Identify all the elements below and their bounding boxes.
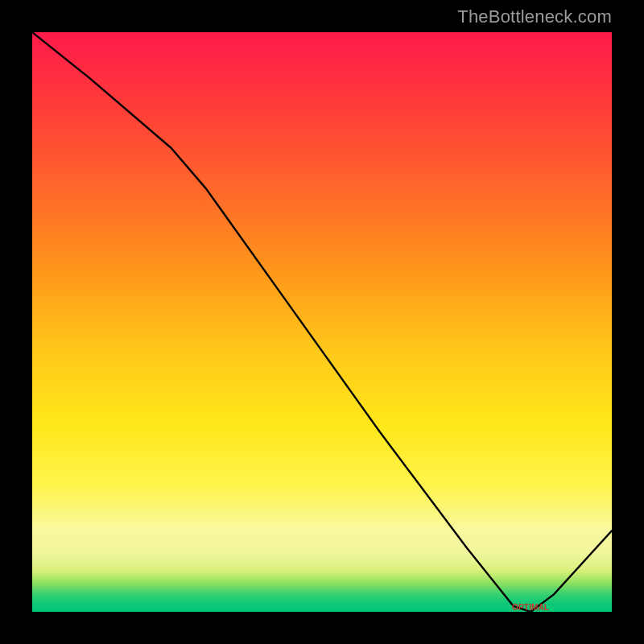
chart-frame: TheBottleneck.com OPTIMAL [0, 0, 644, 644]
watermark: TheBottleneck.com [457, 6, 612, 27]
plot-area: OPTIMAL [32, 32, 612, 612]
bottleneck-curve [32, 32, 612, 612]
optimal-label: OPTIMAL [512, 603, 549, 612]
